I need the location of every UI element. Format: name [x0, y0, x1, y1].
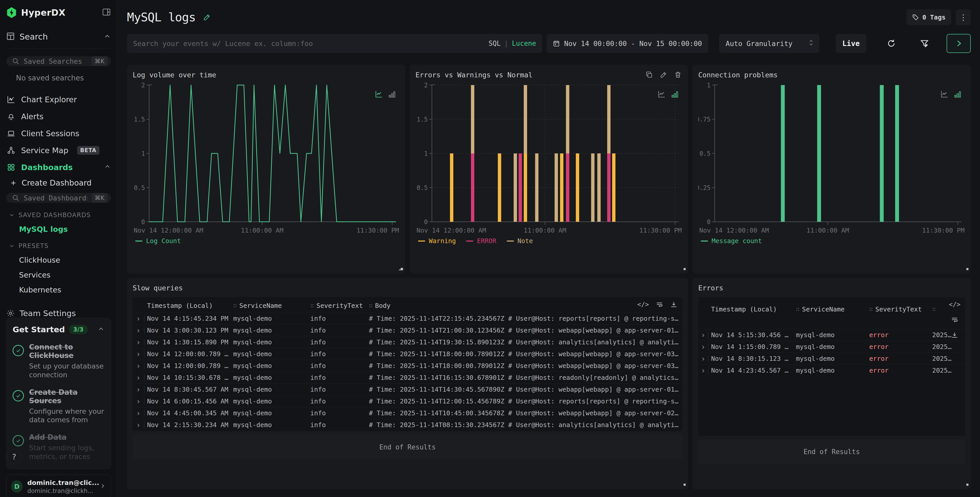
table-row[interactable]: ›Nov 14 4:23:45.567 AMmysql-demoerror202… — [698, 364, 965, 376]
line-chart-toggle-icon[interactable] — [657, 89, 667, 100]
sidebar-item-alerts[interactable]: Alerts — [6, 108, 111, 125]
log-volume-chart[interactable]: 00.511.52Nov 14 12:00:00 AM11:00:00 AM11… — [133, 81, 399, 236]
bar-chart-toggle-icon[interactable] — [954, 90, 961, 100]
column-header[interactable]: ∷ServiceName — [796, 306, 869, 313]
sql-toggle[interactable]: SQL — [489, 40, 501, 47]
sidebar-collapse-icon[interactable] — [102, 8, 111, 18]
lucene-toggle[interactable]: Lucene — [512, 40, 536, 47]
sidebar-item-search[interactable]: Search — [6, 32, 111, 49]
sidebar-item-clickhouse[interactable]: ClickHouse — [19, 256, 111, 264]
connection-problems-chart[interactable]: 00.250.50.751Nov 14 12:00:00 AM11:00:00 … — [698, 81, 965, 236]
granularity-select[interactable]: Auto Granularity — [719, 34, 819, 53]
table-row[interactable]: ›Nov 14 1:15:00.789 PMmysql-demoerror202… — [698, 341, 965, 353]
errors-warnings-svg[interactable]: 00.511.52Nov 14 12:00:00 AM11:00:00 AM11… — [415, 81, 682, 235]
download-icon[interactable] — [670, 301, 678, 308]
tags-button[interactable]: 0 Tags — [907, 9, 951, 25]
column-header[interactable]: Timestamp (Local) — [147, 302, 233, 310]
view-source-icon[interactable]: </> — [637, 301, 649, 308]
filter-button[interactable] — [913, 34, 935, 53]
legend-item[interactable]: Log Count — [135, 237, 181, 245]
table-row[interactable]: ›Nov 14 12:00:00.789 PMmysql-demoinfo# T… — [133, 348, 682, 360]
resize-handle-icon[interactable] — [964, 481, 969, 487]
table-row[interactable]: ›Nov 14 12:00:00.789 PMmysql-demoinfo# T… — [133, 360, 682, 372]
sidebar-item-chart-explorer[interactable]: Chart Explorer — [6, 91, 111, 108]
legend-item[interactable]: Message count — [701, 237, 762, 245]
sidebar-item-client-sessions[interactable]: Client Sessions — [6, 125, 111, 142]
row-expander-icon[interactable]: › — [133, 421, 145, 429]
column-header[interactable]: Timestamp (Local) — [711, 306, 796, 313]
table-row[interactable]: ›Nov 14 2:15:30.234 AMmysql-demoinfo# Ti… — [133, 419, 682, 431]
legend-item[interactable]: ERROR — [466, 237, 496, 245]
saved-searches-field[interactable] — [24, 57, 88, 65]
sidebar-item-service-map[interactable]: Service Map BETA — [6, 142, 111, 159]
create-dashboard-button[interactable]: Create Dashboard — [10, 178, 111, 187]
event-search-box[interactable]: SQL | Lucene — [127, 34, 542, 53]
row-expander-icon[interactable]: › — [698, 355, 708, 362]
help-button[interactable]: ? — [7, 449, 22, 464]
event-search-input[interactable] — [133, 40, 489, 48]
row-expander-icon[interactable]: › — [698, 332, 708, 339]
row-expander-icon[interactable]: › — [133, 386, 145, 393]
sidebar-item-team-settings[interactable]: Team Settings — [6, 309, 111, 318]
get-started-step-datasources[interactable]: Create Data Sources Configure where your… — [13, 388, 105, 424]
chevron-up-icon[interactable] — [104, 163, 111, 172]
line-chart-toggle-icon[interactable] — [940, 89, 949, 100]
saved-dashboards-input[interactable]: ⌘K — [6, 193, 111, 203]
resize-handle-icon[interactable] — [681, 265, 686, 272]
wrap-lines-icon[interactable] — [951, 316, 958, 324]
user-menu[interactable]: D dominic.tran@clic... dominic.tran@clic… — [6, 475, 111, 497]
column-header[interactable]: ∷ServiceName — [233, 302, 310, 310]
row-expander-icon[interactable]: › — [133, 327, 145, 334]
live-button[interactable]: Live — [836, 34, 866, 53]
dashboard-menu-button[interactable]: ⋮ — [956, 9, 971, 25]
legend-item[interactable]: Warning — [418, 237, 456, 245]
errors-warnings-chart[interactable]: 00.511.52Nov 14 12:00:00 AM11:00:00 AM11… — [415, 81, 682, 236]
row-expander-icon[interactable]: › — [698, 343, 708, 351]
bar-chart-toggle-icon[interactable] — [671, 90, 679, 100]
row-expander-icon[interactable]: › — [133, 315, 145, 322]
saved-dashboards-section[interactable]: SAVED DASHBOARDS — [9, 211, 111, 219]
get-started-step-connect[interactable]: Connect to ClickHouse Set up your databa… — [13, 343, 105, 379]
table-row[interactable]: ›Nov 14 5:15:30.456 PMmysql-demoerror202… — [698, 329, 965, 341]
row-expander-icon[interactable]: › — [133, 410, 145, 417]
sidebar-item-dashboards[interactable]: Dashboards — [6, 159, 111, 176]
edit-title-icon[interactable] — [203, 13, 211, 21]
resize-handle-icon[interactable] — [964, 265, 969, 272]
get-started-step-add-data[interactable]: Add Data Start sending logs, metrics, or… — [13, 433, 105, 461]
view-source-icon[interactable]: </> — [949, 301, 961, 308]
download-icon[interactable] — [951, 331, 958, 339]
table-row[interactable]: ›Nov 14 8:30:45.567 AMmysql-demoinfo# Ti… — [133, 383, 682, 395]
table-row[interactable]: ›Nov 14 6:00:15.456 AMmysql-demoinfo# Ti… — [133, 395, 682, 407]
row-expander-icon[interactable]: › — [133, 374, 145, 381]
column-header[interactable]: ∷SeverityText — [869, 306, 932, 313]
delete-icon[interactable] — [674, 71, 682, 79]
run-query-button[interactable] — [947, 34, 971, 53]
table-row[interactable]: ›Nov 14 8:30:15.123 AMmysql-demoerror202… — [698, 353, 965, 364]
edit-icon[interactable] — [660, 71, 667, 79]
saved-searches-input[interactable]: ⌘K — [6, 56, 111, 66]
table-row[interactable]: ›Nov 14 1:30:15.890 PMmysql-demoinfo# Ti… — [133, 336, 682, 348]
chevron-up-icon[interactable] — [103, 32, 111, 41]
presets-section[interactable]: PRESETS — [9, 242, 111, 249]
bar-chart-toggle-icon[interactable] — [388, 90, 396, 100]
row-expander-icon[interactable]: › — [133, 339, 145, 346]
row-expander-icon[interactable]: › — [133, 398, 145, 405]
row-expander-icon[interactable]: › — [133, 351, 145, 358]
wrap-lines-icon[interactable] — [655, 301, 663, 308]
table-row[interactable]: ›Nov 14 4:15:45.234 PMmysql-demoinfo# Ti… — [133, 313, 682, 324]
table-row[interactable]: ›Nov 14 3:00:30.123 PMmysql-demoinfo# Ti… — [133, 324, 682, 336]
column-header[interactable]: ∷SeverityText — [310, 302, 369, 310]
sidebar-item-mysql-logs[interactable]: MySQL logs — [19, 225, 111, 233]
date-range-picker[interactable]: Nov 14 00:00:00 - Nov 15 00:00:00 — [547, 34, 708, 53]
table-row[interactable]: ›Nov 14 10:15:30.678 AMmysql-demoinfo# T… — [133, 372, 682, 383]
saved-dashboards-field[interactable] — [24, 194, 88, 202]
log-volume-svg[interactable]: 00.511.52Nov 14 12:00:00 AM11:00:00 AM11… — [133, 81, 399, 235]
column-header[interactable]: ∷Body — [369, 302, 682, 310]
duplicate-icon[interactable] — [645, 71, 653, 79]
sidebar-item-kubernetes[interactable]: Kubernetes — [19, 286, 111, 294]
table-row[interactable]: ›Nov 14 4:45:00.345 AMmysql-demoinfo# Ti… — [133, 407, 682, 419]
legend-item[interactable]: Note — [507, 237, 533, 245]
row-expander-icon[interactable]: › — [133, 362, 145, 370]
resize-handle-icon[interactable] — [681, 481, 686, 487]
chevron-up-icon[interactable] — [97, 326, 105, 333]
